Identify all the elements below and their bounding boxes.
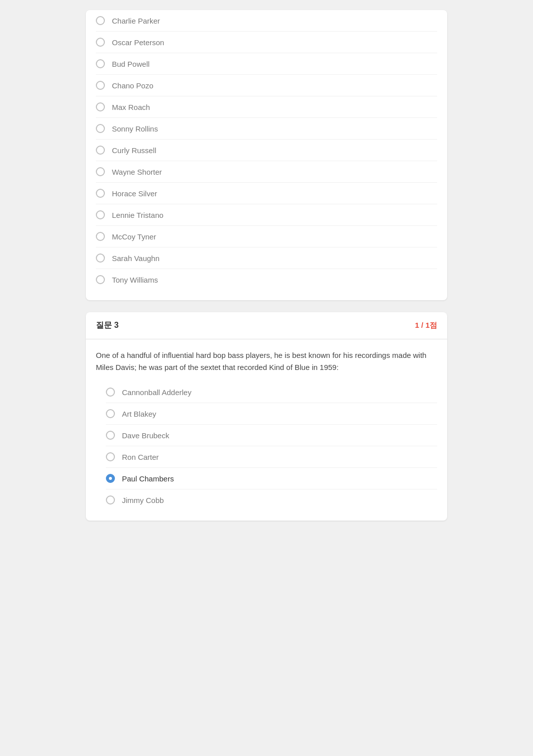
radio-dave-brubeck[interactable]: [106, 431, 115, 440]
radio-art-blakey[interactable]: [106, 409, 115, 418]
radio-max-roach[interactable]: [96, 102, 105, 111]
option-label-paul-chambers: Paul Chambers: [122, 474, 174, 483]
question3-number: 질문 3: [96, 320, 118, 331]
radio-curly-russell[interactable]: [96, 146, 105, 155]
radio-bud-powell[interactable]: [96, 59, 105, 68]
radio-sonny-rollins[interactable]: [96, 124, 105, 133]
option-label-sarah-vaughn: Sarah Vaughn: [112, 254, 160, 263]
option-art-blakey[interactable]: Art Blakey: [106, 403, 437, 425]
question2-card: Charlie Parker Oscar Peterson Bud Powell…: [86, 10, 447, 300]
option-label-dave-brubeck: Dave Brubeck: [122, 431, 169, 440]
radio-cannonball-adderley[interactable]: [106, 388, 115, 397]
option-label-tony-williams: Tony Williams: [112, 276, 158, 284]
option-label-lennie-tristano: Lennie Tristano: [112, 211, 164, 219]
question3-options: Cannonball Adderley Art Blakey Dave Brub…: [86, 382, 447, 521]
option-horace-silver[interactable]: Horace Silver: [96, 183, 437, 204]
radio-tony-williams[interactable]: [96, 275, 105, 284]
radio-paul-chambers[interactable]: [106, 474, 115, 483]
option-tony-williams[interactable]: Tony Williams: [96, 269, 437, 290]
option-charlie-parker[interactable]: Charlie Parker: [96, 10, 437, 32]
option-chano-pozo[interactable]: Chano Pozo: [96, 75, 437, 96]
option-sonny-rollins[interactable]: Sonny Rollins: [96, 118, 437, 140]
option-label-sonny-rollins: Sonny Rollins: [112, 124, 158, 133]
option-wayne-shorter[interactable]: Wayne Shorter: [96, 161, 437, 183]
option-label-wayne-shorter: Wayne Shorter: [112, 168, 162, 176]
page-container: Charlie Parker Oscar Peterson Bud Powell…: [0, 0, 533, 756]
option-label-max-roach: Max Roach: [112, 103, 150, 111]
option-jimmy-cobb[interactable]: Jimmy Cobb: [106, 489, 437, 511]
question2-options-section: Charlie Parker Oscar Peterson Bud Powell…: [86, 10, 447, 300]
option-curly-russell[interactable]: Curly Russell: [96, 140, 437, 161]
option-label-art-blakey: Art Blakey: [122, 410, 156, 418]
option-label-oscar-peterson: Oscar Peterson: [112, 38, 164, 47]
radio-oscar-peterson[interactable]: [96, 38, 105, 47]
option-label-cannonball-adderley: Cannonball Adderley: [122, 388, 191, 397]
option-max-roach[interactable]: Max Roach: [96, 96, 437, 118]
radio-horace-silver[interactable]: [96, 189, 105, 198]
option-sarah-vaughn[interactable]: Sarah Vaughn: [96, 247, 437, 269]
radio-ron-carter[interactable]: [106, 452, 115, 461]
option-label-ron-carter: Ron Carter: [122, 453, 159, 461]
option-label-charlie-parker: Charlie Parker: [112, 17, 160, 25]
option-label-horace-silver: Horace Silver: [112, 189, 157, 198]
question3-card: 질문 3 1 / 1점 One of a handful of influent…: [86, 312, 447, 521]
radio-charlie-parker[interactable]: [96, 16, 105, 25]
option-mccoy-tyner[interactable]: McCoy Tyner: [96, 226, 437, 247]
option-cannonball-adderley[interactable]: Cannonball Adderley: [106, 382, 437, 403]
option-dave-brubeck[interactable]: Dave Brubeck: [106, 425, 437, 446]
option-lennie-tristano[interactable]: Lennie Tristano: [96, 204, 437, 226]
option-label-curly-russell: Curly Russell: [112, 146, 156, 155]
radio-mccoy-tyner[interactable]: [96, 232, 105, 241]
radio-jimmy-cobb[interactable]: [106, 495, 115, 505]
option-ron-carter[interactable]: Ron Carter: [106, 446, 437, 468]
option-label-mccoy-tyner: McCoy Tyner: [112, 232, 156, 241]
option-label-jimmy-cobb: Jimmy Cobb: [122, 496, 164, 505]
radio-wayne-shorter[interactable]: [96, 167, 105, 176]
radio-lennie-tristano[interactable]: [96, 210, 105, 219]
option-paul-chambers[interactable]: Paul Chambers: [106, 468, 437, 489]
question3-text: One of a handful of influential hard bop…: [86, 339, 447, 382]
question3-header: 질문 3 1 / 1점: [86, 312, 447, 339]
option-label-chano-pozo: Chano Pozo: [112, 81, 154, 90]
radio-chano-pozo[interactable]: [96, 81, 105, 90]
question3-score: 1 / 1점: [415, 321, 437, 330]
radio-sarah-vaughn[interactable]: [96, 254, 105, 263]
option-bud-powell[interactable]: Bud Powell: [96, 53, 437, 75]
option-oscar-peterson[interactable]: Oscar Peterson: [96, 32, 437, 53]
option-label-bud-powell: Bud Powell: [112, 60, 150, 68]
